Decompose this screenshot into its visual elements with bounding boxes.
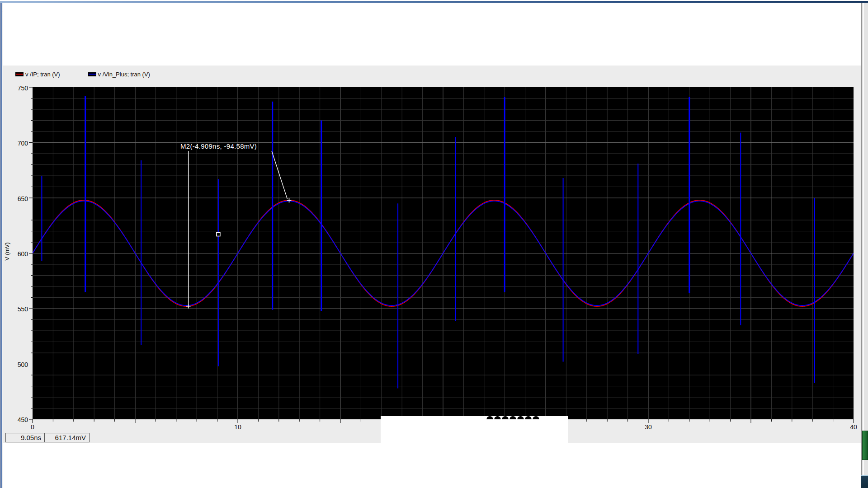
y-tick-label: 700 xyxy=(10,140,28,147)
graph-panel: v /IP; tran (V) v /Vin_Plus; tran (V) V … xyxy=(3,66,861,443)
delta-marker-label[interactable]: M2(-4.909ns, -94.58mV) xyxy=(180,142,257,150)
waveform-plot-canvas[interactable] xyxy=(3,66,861,443)
y-tick-label: 750 xyxy=(10,84,28,92)
cursor-voltage-readout: 617.14mV xyxy=(44,433,90,442)
x-tick-label: 0 xyxy=(24,423,42,431)
x-tick-label: 30 xyxy=(639,423,657,431)
lower-white-area xyxy=(3,443,861,488)
y-tick-label: 600 xyxy=(10,250,28,258)
waveform-viewer-window: { "window": { "chrome": { "top_accent_co… xyxy=(0,0,868,488)
x-tick-label: 40 xyxy=(844,423,863,431)
y-tick-label: 550 xyxy=(10,305,28,313)
y-tick-label: 500 xyxy=(10,361,28,368)
x-tick-label: 10 xyxy=(229,423,247,431)
scrollbar-thumb[interactable] xyxy=(862,431,868,460)
y-tick-label: 450 xyxy=(10,416,28,423)
scrollbar-track-line xyxy=(863,3,864,488)
y-axis-title: V (mV) xyxy=(4,236,10,267)
vertical-scrollbar[interactable] xyxy=(861,3,868,488)
window-title-accent-bar xyxy=(0,1,868,3)
window-corner-block xyxy=(861,475,868,488)
overlay-popup xyxy=(381,416,568,447)
cursor-time-readout: 9.05ns xyxy=(5,433,45,442)
clipped-text-glyphs xyxy=(486,416,542,419)
y-tick-label: 650 xyxy=(10,195,28,202)
